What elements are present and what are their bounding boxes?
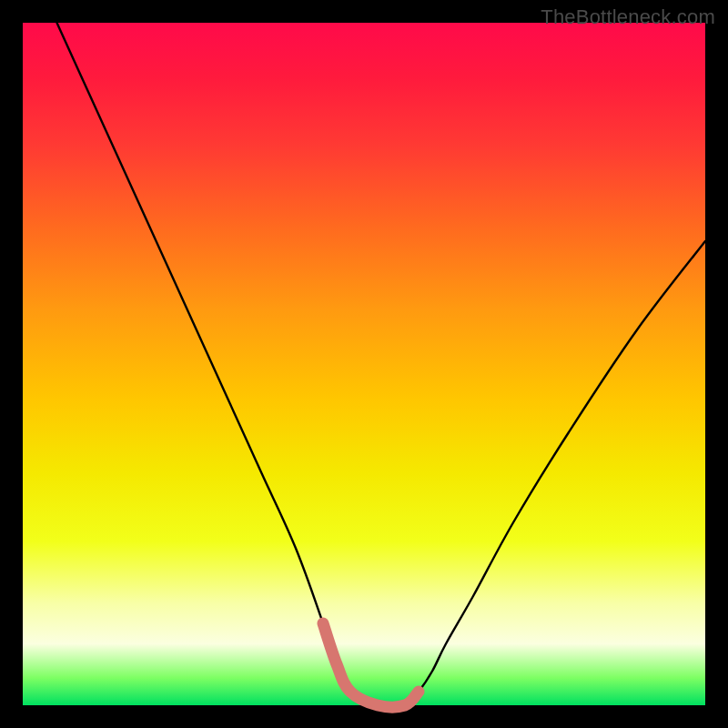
- chart-svg: [23, 23, 705, 705]
- chart-frame: TheBottleneck.com: [0, 0, 728, 728]
- watermark-text: TheBottleneck.com: [541, 5, 715, 29]
- highlight-path: [323, 623, 419, 707]
- chart-plot-area: [23, 23, 705, 705]
- main-curve-path: [57, 23, 706, 707]
